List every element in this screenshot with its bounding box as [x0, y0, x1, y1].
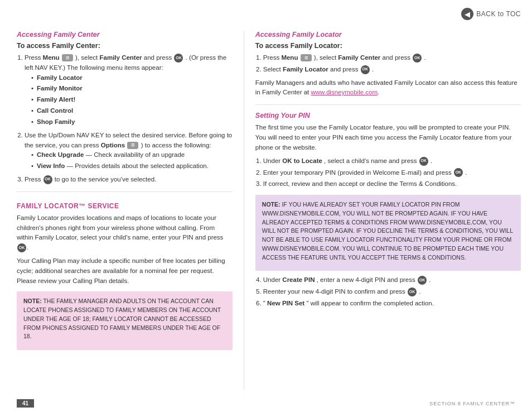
family-locator-service-section: FAMILY LOCATOR™ SERVICE Family Locator p…: [17, 202, 233, 350]
back-to-toc-button[interactable]: ◀ BACK to TOC: [461, 8, 521, 20]
fl-step-2: Select Family Locator and press OK .: [263, 65, 521, 75]
menu-item-family-monitor: Family Monitor: [31, 84, 233, 94]
fl-step-1: Press Menu ☰ ), select Family Center and…: [263, 53, 521, 63]
pin-step-3: If correct, review and then accept or de…: [263, 179, 521, 189]
ok-icon-8: OK: [418, 276, 427, 285]
ok-icon-1: OK: [174, 54, 183, 63]
disney-mobile-link[interactable]: www.disneymobile.com: [311, 89, 378, 95]
accessing-family-center-subtitle: To access Family Center:: [17, 42, 233, 50]
fl-access-para: Family Managers and adults who have acti…: [255, 78, 521, 98]
menu-item-family-locator: Family Locator: [31, 73, 233, 83]
pin-note-text: NOTE: IF YOU HAVE ALREADY SET YOUR FAMIL…: [262, 200, 514, 262]
setting-your-pin-section: Setting Your PIN The first time you use …: [255, 112, 521, 309]
right-divider-1: [255, 104, 521, 105]
family-center-step-1: Press Menu ☰ ), select Family Center and…: [25, 53, 233, 127]
ok-icon-9: OK: [408, 288, 417, 296]
left-divider: [17, 191, 233, 192]
family-locator-note-box: NOTE: THE FAMILY MANAGER AND ADULTS ON T…: [17, 291, 233, 350]
accessing-family-center-section: Accessing Family Center To access Family…: [17, 31, 233, 185]
accessing-family-center-title: Accessing Family Center: [17, 31, 233, 39]
family-locator-note-text: NOTE: THE FAMILY MANAGER AND ADULTS ON T…: [23, 297, 226, 341]
ok-icon-5: OK: [361, 65, 370, 74]
option-check-upgrade: Check Upgrade — Check availability of an…: [31, 150, 233, 160]
page-footer: 41 SECTION 8 FAMILY CENTER™: [0, 399, 532, 408]
menu-item-family-alert: Family Alert!: [31, 95, 233, 105]
pin-note-box: NOTE: IF YOU HAVE ALREADY SET YOUR FAMIL…: [255, 195, 521, 271]
family-locator-para1: Family Locator provides locations and ma…: [17, 213, 233, 253]
menu-item-shop-family: Shop Family: [31, 117, 233, 127]
note-label-right: NOTE:: [262, 201, 280, 208]
page-container: ◀ BACK to TOC Accessing Family Center To…: [0, 0, 532, 412]
menu-icon-2: ☰: [127, 142, 138, 149]
step1-family-center-bold: Family Center: [100, 54, 142, 61]
ok-icon-3: OK: [17, 243, 26, 252]
family-center-step-3: Press OK to go to the service you've sel…: [25, 175, 233, 185]
accessing-family-locator-subtitle: To access Family Locator:: [255, 42, 521, 50]
step1-and-press: and press: [144, 54, 174, 61]
back-arrow-icon: ◀: [461, 8, 473, 20]
left-column: Accessing Family Center To access Family…: [17, 31, 244, 390]
family-locator-steps-list: Press Menu ☰ ), select Family Center and…: [263, 53, 521, 75]
ok-icon-2: OK: [43, 175, 52, 184]
ok-icon-4: OK: [413, 54, 422, 63]
content-columns: Accessing Family Center To access Family…: [17, 31, 521, 390]
step1-select-text: ), select: [75, 54, 99, 61]
setting-your-pin-title: Setting Your PIN: [255, 112, 521, 119]
setting-pin-para: The first time you use the Family Locato…: [255, 123, 521, 152]
pin-step-6: " New PIN Set " will appear to confirm t…: [263, 299, 521, 309]
accessing-family-locator-title: Accessing Family Locator: [255, 31, 521, 39]
section-label: SECTION 8 FAMILY CENTER™: [429, 401, 515, 406]
pin-steps-list-1: Under OK to Locate , select a child's na…: [263, 156, 521, 189]
options-list: Check Upgrade — Check availability of an…: [31, 150, 233, 171]
pin-step-4: Under Create PIN , enter a new 4-digit P…: [263, 275, 521, 285]
ok-icon-6: OK: [419, 157, 428, 166]
pin-step-1: Under OK to Locate , select a child's na…: [263, 156, 521, 166]
family-center-step-2: Use the Up/Down NAV KEY to select the de…: [25, 131, 233, 171]
family-locator-para2: Your Calling Plan may include a specific…: [17, 256, 233, 286]
note-label-left: NOTE:: [23, 298, 42, 304]
step1-press-text: Press: [25, 54, 43, 61]
family-locator-service-title: FAMILY LOCATOR™ SERVICE: [17, 202, 233, 210]
pin-step-2: Enter your temporary PIN (provided in We…: [263, 168, 521, 178]
options-bold: Options: [101, 142, 125, 148]
pin-step-5: Reenter your new 4-digit PIN to confirm …: [263, 287, 521, 297]
menu-icon-3: ☰: [301, 54, 312, 61]
accessing-family-locator-section: Accessing Family Locator To access Famil…: [255, 31, 521, 98]
menu-item-call-control: Call Control: [31, 106, 233, 116]
menu-items-list: Family Locator Family Monitor Family Ale…: [31, 73, 233, 127]
back-to-toc-label: BACK to TOC: [476, 10, 521, 18]
menu-icon-1: ☰: [62, 54, 73, 61]
step1-menu-label: Menu: [43, 54, 60, 61]
page-number: 41: [17, 399, 34, 408]
family-center-steps-list: Press Menu ☰ ), select Family Center and…: [25, 53, 233, 185]
right-column: Accessing Family Locator To access Famil…: [244, 31, 521, 390]
pin-steps-list-2: Under Create PIN , enter a new 4-digit P…: [263, 275, 521, 308]
option-view-info: View Info — Provides details about the s…: [31, 161, 233, 171]
ok-icon-7: OK: [454, 168, 463, 177]
